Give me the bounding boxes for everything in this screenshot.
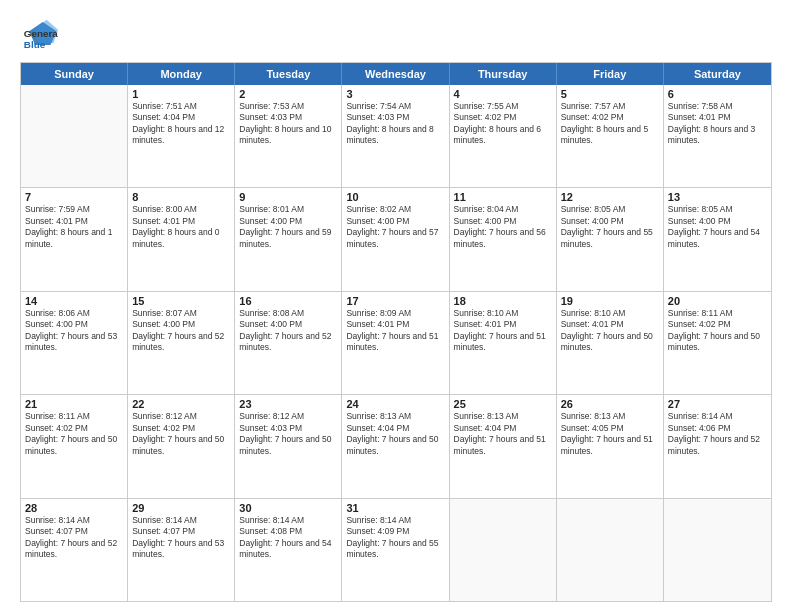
cell-info: Sunrise: 8:11 AM Sunset: 4:02 PM Dayligh…: [668, 308, 767, 354]
calendar-cell: 26Sunrise: 8:13 AM Sunset: 4:05 PM Dayli…: [557, 395, 664, 497]
day-number: 17: [346, 295, 444, 307]
cell-info: Sunrise: 8:09 AM Sunset: 4:01 PM Dayligh…: [346, 308, 444, 354]
calendar-cell: 28Sunrise: 8:14 AM Sunset: 4:07 PM Dayli…: [21, 499, 128, 601]
cell-info: Sunrise: 8:07 AM Sunset: 4:00 PM Dayligh…: [132, 308, 230, 354]
calendar-cell: 1Sunrise: 7:51 AM Sunset: 4:04 PM Daylig…: [128, 85, 235, 187]
day-number: 20: [668, 295, 767, 307]
calendar-cell: 9Sunrise: 8:01 AM Sunset: 4:00 PM Daylig…: [235, 188, 342, 290]
day-number: 14: [25, 295, 123, 307]
cell-info: Sunrise: 8:02 AM Sunset: 4:00 PM Dayligh…: [346, 204, 444, 250]
cell-info: Sunrise: 8:14 AM Sunset: 4:09 PM Dayligh…: [346, 515, 444, 561]
calendar-cell: 10Sunrise: 8:02 AM Sunset: 4:00 PM Dayli…: [342, 188, 449, 290]
logo-icon: General Blue: [20, 16, 58, 54]
calendar-cell: [664, 499, 771, 601]
day-number: 5: [561, 88, 659, 100]
calendar-cell: 22Sunrise: 8:12 AM Sunset: 4:02 PM Dayli…: [128, 395, 235, 497]
calendar-cell: 8Sunrise: 8:00 AM Sunset: 4:01 PM Daylig…: [128, 188, 235, 290]
cell-info: Sunrise: 7:51 AM Sunset: 4:04 PM Dayligh…: [132, 101, 230, 147]
day-number: 28: [25, 502, 123, 514]
calendar-cell: 17Sunrise: 8:09 AM Sunset: 4:01 PM Dayli…: [342, 292, 449, 394]
day-number: 16: [239, 295, 337, 307]
calendar-cell: [450, 499, 557, 601]
cell-info: Sunrise: 8:14 AM Sunset: 4:08 PM Dayligh…: [239, 515, 337, 561]
cell-info: Sunrise: 8:14 AM Sunset: 4:07 PM Dayligh…: [132, 515, 230, 561]
calendar-cell: 3Sunrise: 7:54 AM Sunset: 4:03 PM Daylig…: [342, 85, 449, 187]
calendar-header: SundayMondayTuesdayWednesdayThursdayFrid…: [21, 63, 771, 85]
logo: General Blue: [20, 16, 58, 54]
svg-text:General: General: [24, 28, 58, 39]
calendar-body: 1Sunrise: 7:51 AM Sunset: 4:04 PM Daylig…: [21, 85, 771, 601]
calendar-cell: 15Sunrise: 8:07 AM Sunset: 4:00 PM Dayli…: [128, 292, 235, 394]
cell-info: Sunrise: 8:13 AM Sunset: 4:04 PM Dayligh…: [346, 411, 444, 457]
header-cell-saturday: Saturday: [664, 63, 771, 85]
day-number: 18: [454, 295, 552, 307]
calendar-cell: [21, 85, 128, 187]
day-number: 9: [239, 191, 337, 203]
cell-info: Sunrise: 7:57 AM Sunset: 4:02 PM Dayligh…: [561, 101, 659, 147]
calendar-cell: 7Sunrise: 7:59 AM Sunset: 4:01 PM Daylig…: [21, 188, 128, 290]
day-number: 3: [346, 88, 444, 100]
cell-info: Sunrise: 8:13 AM Sunset: 4:05 PM Dayligh…: [561, 411, 659, 457]
calendar-cell: 13Sunrise: 8:05 AM Sunset: 4:00 PM Dayli…: [664, 188, 771, 290]
cell-info: Sunrise: 7:55 AM Sunset: 4:02 PM Dayligh…: [454, 101, 552, 147]
day-number: 19: [561, 295, 659, 307]
day-number: 23: [239, 398, 337, 410]
cell-info: Sunrise: 8:05 AM Sunset: 4:00 PM Dayligh…: [668, 204, 767, 250]
day-number: 24: [346, 398, 444, 410]
cell-info: Sunrise: 8:04 AM Sunset: 4:00 PM Dayligh…: [454, 204, 552, 250]
day-number: 8: [132, 191, 230, 203]
calendar-cell: 18Sunrise: 8:10 AM Sunset: 4:01 PM Dayli…: [450, 292, 557, 394]
cell-info: Sunrise: 8:10 AM Sunset: 4:01 PM Dayligh…: [454, 308, 552, 354]
day-number: 30: [239, 502, 337, 514]
calendar-cell: 11Sunrise: 8:04 AM Sunset: 4:00 PM Dayli…: [450, 188, 557, 290]
day-number: 31: [346, 502, 444, 514]
cell-info: Sunrise: 7:53 AM Sunset: 4:03 PM Dayligh…: [239, 101, 337, 147]
calendar-row-3: 21Sunrise: 8:11 AM Sunset: 4:02 PM Dayli…: [21, 394, 771, 497]
day-number: 27: [668, 398, 767, 410]
calendar-row-4: 28Sunrise: 8:14 AM Sunset: 4:07 PM Dayli…: [21, 498, 771, 601]
cell-info: Sunrise: 8:13 AM Sunset: 4:04 PM Dayligh…: [454, 411, 552, 457]
day-number: 21: [25, 398, 123, 410]
calendar-cell: 27Sunrise: 8:14 AM Sunset: 4:06 PM Dayli…: [664, 395, 771, 497]
cell-info: Sunrise: 8:12 AM Sunset: 4:03 PM Dayligh…: [239, 411, 337, 457]
header-cell-friday: Friday: [557, 63, 664, 85]
cell-info: Sunrise: 8:12 AM Sunset: 4:02 PM Dayligh…: [132, 411, 230, 457]
calendar-row-1: 7Sunrise: 7:59 AM Sunset: 4:01 PM Daylig…: [21, 187, 771, 290]
day-number: 15: [132, 295, 230, 307]
calendar-cell: 12Sunrise: 8:05 AM Sunset: 4:00 PM Dayli…: [557, 188, 664, 290]
calendar: SundayMondayTuesdayWednesdayThursdayFrid…: [20, 62, 772, 602]
day-number: 11: [454, 191, 552, 203]
cell-info: Sunrise: 8:05 AM Sunset: 4:00 PM Dayligh…: [561, 204, 659, 250]
calendar-row-2: 14Sunrise: 8:06 AM Sunset: 4:00 PM Dayli…: [21, 291, 771, 394]
cell-info: Sunrise: 7:59 AM Sunset: 4:01 PM Dayligh…: [25, 204, 123, 250]
header-cell-monday: Monday: [128, 63, 235, 85]
cell-info: Sunrise: 8:11 AM Sunset: 4:02 PM Dayligh…: [25, 411, 123, 457]
calendar-cell: 16Sunrise: 8:08 AM Sunset: 4:00 PM Dayli…: [235, 292, 342, 394]
calendar-cell: 14Sunrise: 8:06 AM Sunset: 4:00 PM Dayli…: [21, 292, 128, 394]
cell-info: Sunrise: 8:01 AM Sunset: 4:00 PM Dayligh…: [239, 204, 337, 250]
calendar-cell: [557, 499, 664, 601]
day-number: 10: [346, 191, 444, 203]
day-number: 22: [132, 398, 230, 410]
cell-info: Sunrise: 8:00 AM Sunset: 4:01 PM Dayligh…: [132, 204, 230, 250]
header-cell-wednesday: Wednesday: [342, 63, 449, 85]
day-number: 26: [561, 398, 659, 410]
calendar-cell: 19Sunrise: 8:10 AM Sunset: 4:01 PM Dayli…: [557, 292, 664, 394]
calendar-cell: 6Sunrise: 7:58 AM Sunset: 4:01 PM Daylig…: [664, 85, 771, 187]
calendar-cell: 4Sunrise: 7:55 AM Sunset: 4:02 PM Daylig…: [450, 85, 557, 187]
calendar-cell: 23Sunrise: 8:12 AM Sunset: 4:03 PM Dayli…: [235, 395, 342, 497]
calendar-cell: 31Sunrise: 8:14 AM Sunset: 4:09 PM Dayli…: [342, 499, 449, 601]
calendar-cell: 25Sunrise: 8:13 AM Sunset: 4:04 PM Dayli…: [450, 395, 557, 497]
calendar-cell: 5Sunrise: 7:57 AM Sunset: 4:02 PM Daylig…: [557, 85, 664, 187]
calendar-cell: 2Sunrise: 7:53 AM Sunset: 4:03 PM Daylig…: [235, 85, 342, 187]
cell-info: Sunrise: 8:08 AM Sunset: 4:00 PM Dayligh…: [239, 308, 337, 354]
header: General Blue: [20, 16, 772, 54]
cell-info: Sunrise: 8:14 AM Sunset: 4:06 PM Dayligh…: [668, 411, 767, 457]
header-cell-thursday: Thursday: [450, 63, 557, 85]
day-number: 7: [25, 191, 123, 203]
cell-info: Sunrise: 7:58 AM Sunset: 4:01 PM Dayligh…: [668, 101, 767, 147]
day-number: 4: [454, 88, 552, 100]
calendar-cell: 30Sunrise: 8:14 AM Sunset: 4:08 PM Dayli…: [235, 499, 342, 601]
page: General Blue SundayMondayTuesdayWednesda…: [0, 0, 792, 612]
calendar-cell: 29Sunrise: 8:14 AM Sunset: 4:07 PM Dayli…: [128, 499, 235, 601]
